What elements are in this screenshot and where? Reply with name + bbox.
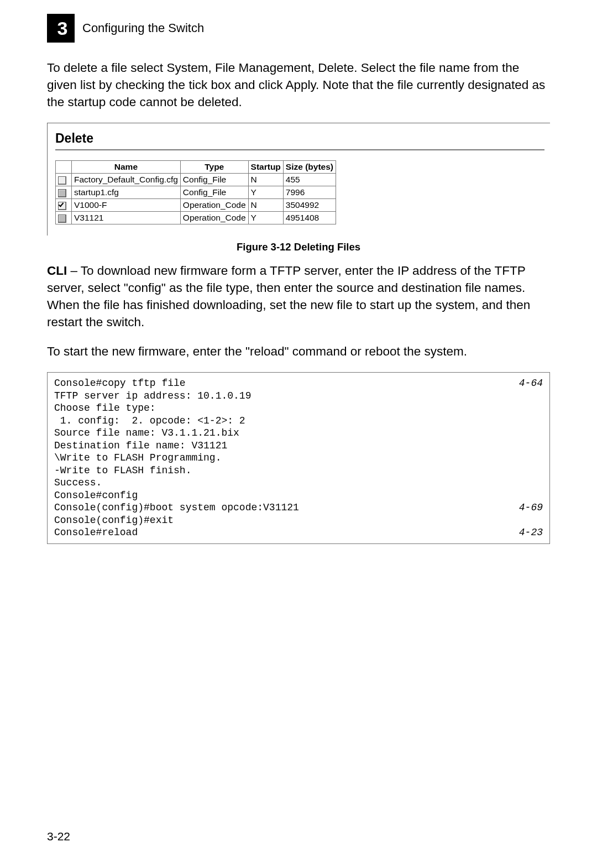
cli-ref: 4-69: [519, 501, 543, 514]
col-name: Name: [72, 161, 181, 174]
cli-line: \Write to FLASH Programming.: [54, 452, 543, 464]
row-size: 4951408: [283, 212, 336, 224]
cli-line: -Write to FLASH finish.: [54, 464, 543, 477]
cli-text: 1. config: 2. opcode: <1-2>: 2: [54, 415, 245, 427]
cli-text: Success.: [54, 477, 102, 489]
table-row: V1000-FOperation_CodeN3504992: [56, 199, 336, 212]
cli-label: CLI: [47, 264, 67, 278]
row-name: V1000-F: [72, 199, 181, 212]
cli-text: -Write to FLASH finish.: [54, 464, 191, 477]
row-name: V31121: [72, 212, 181, 224]
col-size: Size (bytes): [283, 161, 336, 174]
cli-paragraph-1: CLI – To download new firmware form a TF…: [47, 262, 550, 331]
cli-text: Console(config)#boot system opcode:V3112…: [54, 501, 299, 514]
row-startup: N: [248, 199, 283, 212]
chapter-badge: 3: [47, 14, 75, 43]
checkbox-icon[interactable]: [58, 202, 66, 210]
col-check: [56, 161, 72, 174]
cli-text: TFTP server ip address: 10.1.0.19: [54, 390, 251, 402]
row-checkbox-cell[interactable]: [56, 199, 72, 212]
cli-text: Choose file type:: [54, 402, 156, 415]
cli-text: Destination file name: V31121: [54, 440, 227, 452]
row-size: 7996: [283, 186, 336, 199]
cli-ref: 4-23: [519, 526, 543, 539]
row-startup: N: [248, 174, 283, 186]
row-checkbox-cell[interactable]: [56, 186, 72, 199]
checkbox-icon[interactable]: [58, 215, 66, 223]
cli-line: Choose file type:: [54, 402, 543, 415]
chapter-number: 3: [57, 18, 68, 39]
page-number: 3-22: [47, 830, 70, 843]
cli-text: \Write to FLASH Programming.: [54, 452, 221, 464]
cli-line: Console#config: [54, 489, 543, 502]
col-startup: Startup: [248, 161, 283, 174]
cli-line: TFTP server ip address: 10.1.0.19: [54, 390, 543, 402]
table-row: startup1.cfgConfig_FileY7996: [56, 186, 336, 199]
row-size: 455: [283, 174, 336, 186]
delete-separator: [55, 149, 544, 150]
cli-line: Destination file name: V31121: [54, 440, 543, 452]
row-type: Config_File: [180, 186, 248, 199]
row-checkbox-cell[interactable]: [56, 174, 72, 186]
cli-paragraph-2: To start the new firmware, enter the "re…: [47, 343, 550, 360]
row-type: Operation_Code: [180, 199, 248, 212]
chapter-header: 3 Configuring the Switch: [47, 14, 550, 43]
cli-line: 1. config: 2. opcode: <1-2>: 2: [54, 415, 543, 427]
cli-line: Success.: [54, 477, 543, 489]
chapter-title: Configuring the Switch: [82, 21, 204, 35]
row-startup: Y: [248, 186, 283, 199]
checkbox-icon[interactable]: [58, 189, 66, 197]
row-name: startup1.cfg: [72, 186, 181, 199]
col-type: Type: [180, 161, 248, 174]
cli-text: Console#config: [54, 489, 138, 502]
figure-caption: Figure 3-12 Deleting Files: [47, 241, 550, 253]
table-row: V31121Operation_CodeY4951408: [56, 212, 336, 224]
cli-line: Console(config)#exit: [54, 514, 543, 527]
cli-text: Console#copy tftp file: [54, 377, 186, 390]
cli-output-box: Console#copy tftp file4-64TFTP server ip…: [47, 372, 550, 544]
row-name: Factory_Default_Config.cfg: [72, 174, 181, 186]
row-type: Operation_Code: [180, 212, 248, 224]
cli-text: Console(config)#exit: [54, 514, 174, 527]
row-startup: Y: [248, 212, 283, 224]
delete-panel: Delete Name Type Startup Size (bytes) Fa…: [47, 123, 550, 236]
row-checkbox-cell[interactable]: [56, 212, 72, 224]
row-type: Config_File: [180, 174, 248, 186]
cli-text: Source file name: V3.1.1.21.bix: [54, 427, 239, 440]
cli-line: Console#copy tftp file4-64: [54, 377, 543, 390]
delete-heading: Delete: [55, 131, 544, 146]
file-table: Name Type Startup Size (bytes) Factory_D…: [55, 160, 336, 224]
intro-paragraph: To delete a file select System, File Man…: [47, 59, 550, 111]
row-size: 3504992: [283, 199, 336, 212]
cli-line: Console(config)#boot system opcode:V3112…: [54, 501, 543, 514]
table-row: Factory_Default_Config.cfgConfig_FileN45…: [56, 174, 336, 186]
cli-line: Source file name: V3.1.1.21.bix: [54, 427, 543, 440]
cli-ref: 4-64: [519, 377, 543, 390]
cli-paragraph-1-body: – To download new firmware form a TFTP s…: [47, 264, 530, 329]
checkbox-icon[interactable]: [58, 176, 66, 185]
cli-text: Console#reload: [54, 526, 138, 539]
cli-line: Console#reload4-23: [54, 526, 543, 539]
